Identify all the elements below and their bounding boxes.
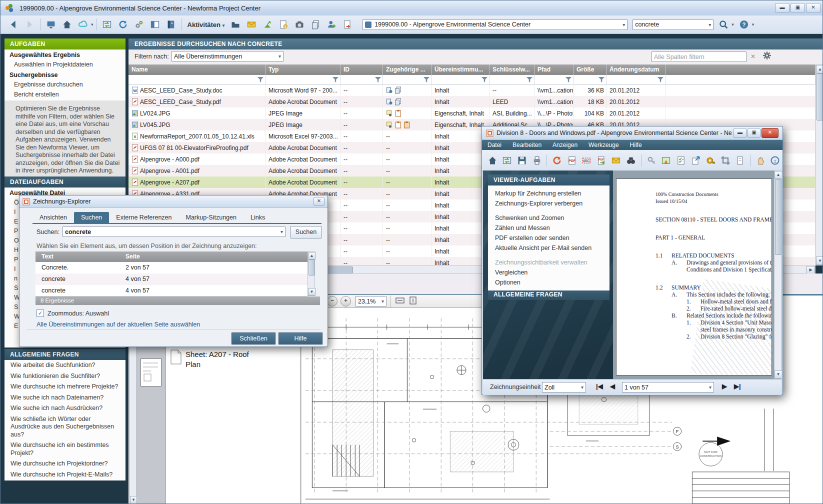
- help-icon[interactable]: ?: [738, 18, 750, 31]
- dialog-column-header[interactable]: Text: [36, 252, 120, 262]
- dialog-result-row[interactable]: concrete4 von 57: [36, 274, 308, 285]
- column-header[interactable]: ID: [340, 64, 383, 75]
- result-row[interactable]: AESC_LEED_Case_Study.pdfAdobe Acrobat Do…: [128, 96, 816, 108]
- maximize-button[interactable]: ▣: [790, 3, 805, 13]
- fit-page-icon[interactable]: [410, 296, 416, 306]
- column-filter-funnel-icon[interactable]: [490, 75, 534, 84]
- task-link[interactable]: Auswählen in Projektdateien: [4, 60, 126, 70]
- unit-select[interactable]: Zoll▾: [542, 382, 586, 392]
- dialog-tab-externe-referenzen[interactable]: Externe Referenzen: [109, 212, 178, 223]
- column-filter-input[interactable]: Alle Spalten filtern: [652, 52, 746, 62]
- column-filter-funnel-icon[interactable]: [606, 75, 666, 84]
- faq-link[interactable]: Wie suche ich nach Dateinamen?: [4, 392, 126, 404]
- next-page-icon[interactable]: ▶: [722, 382, 727, 390]
- publish-antenna-icon[interactable]: [261, 18, 274, 31]
- task-link[interactable]: Bericht erstellen: [4, 90, 126, 100]
- text-select-icon[interactable]: ABC: [580, 154, 592, 167]
- switch-view-icon[interactable]: [502, 154, 514, 167]
- dialog-tab-ansichten[interactable]: Ansichten: [32, 212, 74, 223]
- binoculars-icon[interactable]: [625, 154, 637, 167]
- invoice-doc-icon[interactable]: $: [277, 18, 290, 31]
- dialog-close-button[interactable]: Schließen: [232, 332, 276, 344]
- dialog-close-icon[interactable]: ✕: [314, 197, 324, 206]
- transfer-doc-icon[interactable]: [341, 18, 354, 31]
- column-filter-funnel-icon[interactable]: [534, 75, 574, 84]
- measure-icon[interactable]: [704, 154, 716, 167]
- fit-width-icon[interactable]: [396, 297, 404, 306]
- column-filter-funnel-icon[interactable]: [266, 75, 340, 84]
- switch-view-icon[interactable]: [100, 18, 114, 31]
- my-computer-icon[interactable]: [44, 18, 58, 31]
- pdf-export-icon[interactable]: PDF: [596, 154, 608, 167]
- viewer-maximize-button[interactable]: ▣: [748, 128, 760, 138]
- viewer-menu-hilfe[interactable]: Hilfe: [624, 142, 648, 148]
- forward-icon[interactable]: [23, 18, 36, 31]
- column-header[interactable]: Zugehörige ...: [383, 64, 432, 75]
- home-icon[interactable]: [486, 154, 498, 167]
- cloud-dropdown-caret[interactable]: ▾: [91, 22, 94, 27]
- cloud-icon[interactable]: [76, 18, 90, 31]
- dialog-search-button[interactable]: Suchen: [290, 226, 322, 238]
- folder-icon[interactable]: [229, 18, 242, 31]
- search-icon[interactable]: [717, 18, 730, 31]
- first-page-icon[interactable]: |◀: [596, 382, 603, 390]
- select-all-matches-link[interactable]: Alle Übereinstimmungen auf der aktuellen…: [36, 321, 200, 328]
- viewer-task-link[interactable]: Zeichnungs-Explorer verbergen: [488, 198, 610, 208]
- column-header[interactable]: Größe: [574, 64, 606, 75]
- zoom-in-button[interactable]: +: [340, 296, 351, 306]
- column-header[interactable]: Übereinstimmu...: [432, 64, 490, 75]
- faq-link[interactable]: Wie funktionieren die Suchfilter?: [4, 371, 126, 382]
- task-link[interactable]: Ergebnisse durchsuchen: [4, 80, 126, 90]
- faq-link[interactable]: Wie durchsuche ich ein bestimmtes Projek…: [4, 440, 126, 458]
- faq-link[interactable]: Wie arbeitet die Suchfunktion?: [4, 360, 126, 371]
- viewer-menu-datei[interactable]: Datei: [482, 142, 507, 148]
- zoom-plusminus-icon[interactable]: ±: [769, 154, 781, 167]
- dialog-scrollbar[interactable]: ▲ ▼: [308, 252, 315, 296]
- viewer-close-button[interactable]: ✕: [762, 128, 778, 138]
- last-page-icon[interactable]: ▶|: [734, 382, 741, 390]
- column-filter-funnel-icon[interactable]: [383, 75, 432, 84]
- help-dropdown-caret[interactable]: ▾: [752, 22, 754, 27]
- column-header[interactable]: Pfad: [534, 64, 574, 75]
- pdf-edit-icon[interactable]: PDF: [566, 154, 578, 167]
- column-header[interactable]: Schlüsselw...: [490, 64, 534, 75]
- dialog-search-input[interactable]: concrete▾: [62, 226, 286, 237]
- panel-view-icon[interactable]: [148, 18, 162, 31]
- dialog-tab-links[interactable]: Links: [244, 212, 272, 223]
- contacts-book-icon[interactable]: [164, 18, 178, 31]
- viewer-menu-bearbeiten[interactable]: Bearbeiten: [507, 142, 547, 148]
- previous-page-icon[interactable]: ◀: [610, 382, 615, 390]
- column-header[interactable]: Name: [128, 64, 266, 75]
- key-icon[interactable]: [646, 154, 658, 167]
- dialog-tab-suchen[interactable]: Suchen: [74, 212, 109, 223]
- minimize-button[interactable]: ▬: [775, 3, 790, 13]
- close-button[interactable]: ✕: [806, 3, 820, 13]
- viewer-menu-anzeigen[interactable]: Anzeigen: [547, 142, 583, 148]
- table-v-scrollbar[interactable]: ▲ ▼: [816, 64, 823, 266]
- zoom-out-button[interactable]: −: [327, 296, 338, 306]
- page-select[interactable]: 1 von 57▾: [622, 382, 714, 392]
- project-selector[interactable]: 1999009.00 - Alpengrove Environmental Sc…: [362, 20, 628, 30]
- mail-send-icon[interactable]: [610, 154, 622, 167]
- result-row[interactable]: LV024.JPGJPEG Image--Eigenschaft, Inhalt…: [128, 108, 816, 119]
- dialog-result-row[interactable]: concrete4 von 57: [36, 285, 308, 296]
- search-input[interactable]: concrete▾: [632, 20, 714, 30]
- zoom-mode-checkbox[interactable]: ✓: [36, 310, 44, 317]
- refresh-icon[interactable]: [116, 18, 130, 31]
- add-contact-icon[interactable]: [325, 18, 338, 31]
- home-icon[interactable]: [60, 18, 74, 31]
- column-filter-funnel-icon[interactable]: [340, 75, 383, 84]
- project-email-icon[interactable]: [245, 18, 258, 31]
- viewer-scrollbar[interactable]: ▲ ▼: [774, 170, 782, 379]
- result-row[interactable]: WAESC_LEED_Case_Study.docMicrosoft Word …: [128, 84, 816, 96]
- dialog-column-header[interactable]: Seite: [120, 252, 162, 262]
- open-new-icon[interactable]: [690, 154, 702, 167]
- crop-icon[interactable]: [720, 154, 732, 167]
- hand-icon[interactable]: [754, 154, 766, 167]
- refresh-orange-icon[interactable]: [551, 154, 563, 167]
- settings-gears-icon[interactable]: [132, 18, 146, 31]
- column-settings-gear-icon[interactable]: [762, 51, 772, 62]
- page-icon[interactable]: [734, 154, 746, 167]
- faq-link[interactable]: Wie durchsuche ich Projektordner?: [4, 458, 126, 470]
- column-filter-funnel-icon[interactable]: [128, 75, 266, 84]
